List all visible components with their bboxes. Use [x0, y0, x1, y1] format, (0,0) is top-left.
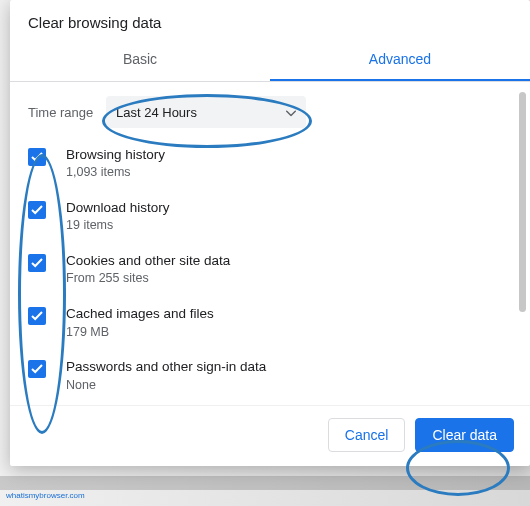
checkbox-passwords[interactable]: [28, 360, 46, 378]
time-range-value: Last 24 Hours: [116, 105, 197, 120]
option-sub: 179 MB: [66, 324, 214, 341]
options-scroll-area: Time range Last 24 Hours Browsing histor…: [10, 82, 530, 405]
option-text: Cached images and files 179 MB: [66, 305, 214, 340]
option-download-history: Download history 19 items: [28, 199, 514, 234]
clear-data-button[interactable]: Clear data: [415, 418, 514, 452]
dialog-title: Clear browsing data: [10, 0, 530, 41]
backdrop-stripe: [0, 476, 530, 490]
checkbox-cookies[interactable]: [28, 254, 46, 272]
time-range-select[interactable]: Last 24 Hours: [106, 96, 306, 128]
option-name: Cookies and other site data: [66, 252, 230, 270]
option-sub: From 255 sites: [66, 270, 230, 287]
check-icon: [31, 204, 43, 216]
time-range-label: Time range: [28, 105, 106, 120]
check-icon: [31, 257, 43, 269]
scroll-fade: [10, 395, 512, 405]
tabs: Basic Advanced: [10, 41, 530, 82]
option-browsing-history: Browsing history 1,093 items: [28, 146, 514, 181]
option-text: Passwords and other sign-in data None: [66, 358, 266, 393]
cancel-button[interactable]: Cancel: [328, 418, 406, 452]
option-name: Passwords and other sign-in data: [66, 358, 266, 376]
tab-advanced[interactable]: Advanced: [270, 41, 530, 81]
option-cached: Cached images and files 179 MB: [28, 305, 514, 340]
option-name: Download history: [66, 199, 170, 217]
checkbox-browsing-history[interactable]: [28, 148, 46, 166]
option-name: Cached images and files: [66, 305, 214, 323]
option-cookies: Cookies and other site data From 255 sit…: [28, 252, 514, 287]
chevron-down-icon: [286, 105, 296, 120]
option-text: Cookies and other site data From 255 sit…: [66, 252, 230, 287]
checkbox-cached[interactable]: [28, 307, 46, 325]
clear-browsing-data-dialog: Clear browsing data Basic Advanced Time …: [10, 0, 530, 466]
time-range-row: Time range Last 24 Hours: [28, 96, 514, 128]
watermark: whatismybrowser.com: [6, 491, 85, 500]
checkbox-download-history[interactable]: [28, 201, 46, 219]
option-text: Download history 19 items: [66, 199, 170, 234]
scrollbar[interactable]: [519, 92, 526, 312]
option-name: Browsing history: [66, 146, 165, 164]
dialog-footer: Cancel Clear data: [10, 405, 530, 466]
check-icon: [31, 310, 43, 322]
check-icon: [31, 363, 43, 375]
check-icon: [31, 151, 43, 163]
option-sub: None: [66, 377, 266, 394]
option-sub: 19 items: [66, 217, 170, 234]
tab-basic[interactable]: Basic: [10, 41, 270, 81]
option-text: Browsing history 1,093 items: [66, 146, 165, 181]
option-sub: 1,093 items: [66, 164, 165, 181]
option-passwords: Passwords and other sign-in data None: [28, 358, 514, 393]
